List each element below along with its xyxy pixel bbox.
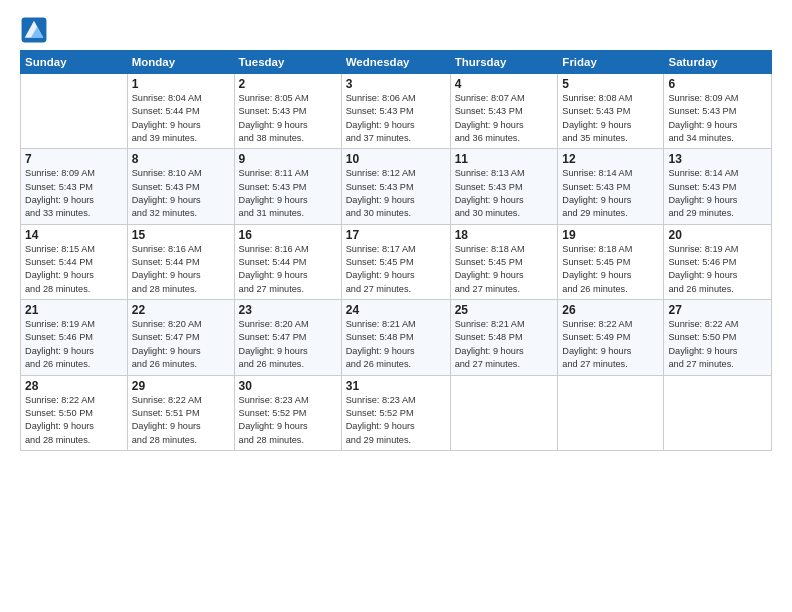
weekday-header-sunday: Sunday [21, 51, 128, 74]
day-info: Sunrise: 8:22 AM Sunset: 5:49 PM Dayligh… [562, 318, 659, 371]
day-info: Sunrise: 8:06 AM Sunset: 5:43 PM Dayligh… [346, 92, 446, 145]
day-number: 1 [132, 77, 230, 91]
calendar-cell [664, 375, 772, 450]
day-info: Sunrise: 8:10 AM Sunset: 5:43 PM Dayligh… [132, 167, 230, 220]
day-number: 20 [668, 228, 767, 242]
week-row-2: 7Sunrise: 8:09 AM Sunset: 5:43 PM Daylig… [21, 149, 772, 224]
day-info: Sunrise: 8:09 AM Sunset: 5:43 PM Dayligh… [668, 92, 767, 145]
day-number: 10 [346, 152, 446, 166]
weekday-header-monday: Monday [127, 51, 234, 74]
day-number: 31 [346, 379, 446, 393]
day-number: 14 [25, 228, 123, 242]
calendar-cell: 19Sunrise: 8:18 AM Sunset: 5:45 PM Dayli… [558, 224, 664, 299]
calendar-cell: 25Sunrise: 8:21 AM Sunset: 5:48 PM Dayli… [450, 300, 558, 375]
day-number: 27 [668, 303, 767, 317]
calendar-cell: 30Sunrise: 8:23 AM Sunset: 5:52 PM Dayli… [234, 375, 341, 450]
calendar-cell: 31Sunrise: 8:23 AM Sunset: 5:52 PM Dayli… [341, 375, 450, 450]
day-info: Sunrise: 8:09 AM Sunset: 5:43 PM Dayligh… [25, 167, 123, 220]
day-number: 24 [346, 303, 446, 317]
page: SundayMondayTuesdayWednesdayThursdayFrid… [0, 0, 792, 612]
calendar-cell: 7Sunrise: 8:09 AM Sunset: 5:43 PM Daylig… [21, 149, 128, 224]
calendar-cell [450, 375, 558, 450]
day-info: Sunrise: 8:21 AM Sunset: 5:48 PM Dayligh… [455, 318, 554, 371]
day-number: 21 [25, 303, 123, 317]
day-info: Sunrise: 8:13 AM Sunset: 5:43 PM Dayligh… [455, 167, 554, 220]
day-info: Sunrise: 8:23 AM Sunset: 5:52 PM Dayligh… [346, 394, 446, 447]
week-row-5: 28Sunrise: 8:22 AM Sunset: 5:50 PM Dayli… [21, 375, 772, 450]
weekday-header-row: SundayMondayTuesdayWednesdayThursdayFrid… [21, 51, 772, 74]
week-row-1: 1Sunrise: 8:04 AM Sunset: 5:44 PM Daylig… [21, 74, 772, 149]
day-info: Sunrise: 8:22 AM Sunset: 5:50 PM Dayligh… [668, 318, 767, 371]
calendar-cell: 9Sunrise: 8:11 AM Sunset: 5:43 PM Daylig… [234, 149, 341, 224]
calendar-cell: 8Sunrise: 8:10 AM Sunset: 5:43 PM Daylig… [127, 149, 234, 224]
day-info: Sunrise: 8:20 AM Sunset: 5:47 PM Dayligh… [239, 318, 337, 371]
day-number: 3 [346, 77, 446, 91]
calendar-cell: 2Sunrise: 8:05 AM Sunset: 5:43 PM Daylig… [234, 74, 341, 149]
week-row-3: 14Sunrise: 8:15 AM Sunset: 5:44 PM Dayli… [21, 224, 772, 299]
day-number: 28 [25, 379, 123, 393]
calendar-cell: 15Sunrise: 8:16 AM Sunset: 5:44 PM Dayli… [127, 224, 234, 299]
day-info: Sunrise: 8:18 AM Sunset: 5:45 PM Dayligh… [455, 243, 554, 296]
day-info: Sunrise: 8:08 AM Sunset: 5:43 PM Dayligh… [562, 92, 659, 145]
day-number: 25 [455, 303, 554, 317]
day-number: 7 [25, 152, 123, 166]
calendar-cell: 3Sunrise: 8:06 AM Sunset: 5:43 PM Daylig… [341, 74, 450, 149]
day-number: 19 [562, 228, 659, 242]
day-number: 6 [668, 77, 767, 91]
day-info: Sunrise: 8:18 AM Sunset: 5:45 PM Dayligh… [562, 243, 659, 296]
calendar-cell: 14Sunrise: 8:15 AM Sunset: 5:44 PM Dayli… [21, 224, 128, 299]
day-number: 16 [239, 228, 337, 242]
day-number: 11 [455, 152, 554, 166]
week-row-4: 21Sunrise: 8:19 AM Sunset: 5:46 PM Dayli… [21, 300, 772, 375]
calendar-table: SundayMondayTuesdayWednesdayThursdayFrid… [20, 50, 772, 451]
day-number: 13 [668, 152, 767, 166]
calendar-cell: 10Sunrise: 8:12 AM Sunset: 5:43 PM Dayli… [341, 149, 450, 224]
weekday-header-tuesday: Tuesday [234, 51, 341, 74]
day-number: 17 [346, 228, 446, 242]
calendar-cell [558, 375, 664, 450]
calendar-cell: 12Sunrise: 8:14 AM Sunset: 5:43 PM Dayli… [558, 149, 664, 224]
day-number: 26 [562, 303, 659, 317]
day-info: Sunrise: 8:16 AM Sunset: 5:44 PM Dayligh… [132, 243, 230, 296]
day-number: 15 [132, 228, 230, 242]
day-info: Sunrise: 8:19 AM Sunset: 5:46 PM Dayligh… [668, 243, 767, 296]
calendar-cell: 18Sunrise: 8:18 AM Sunset: 5:45 PM Dayli… [450, 224, 558, 299]
calendar-cell: 22Sunrise: 8:20 AM Sunset: 5:47 PM Dayli… [127, 300, 234, 375]
weekday-header-thursday: Thursday [450, 51, 558, 74]
day-info: Sunrise: 8:04 AM Sunset: 5:44 PM Dayligh… [132, 92, 230, 145]
weekday-header-wednesday: Wednesday [341, 51, 450, 74]
day-info: Sunrise: 8:14 AM Sunset: 5:43 PM Dayligh… [562, 167, 659, 220]
day-info: Sunrise: 8:16 AM Sunset: 5:44 PM Dayligh… [239, 243, 337, 296]
day-number: 9 [239, 152, 337, 166]
calendar-cell: 6Sunrise: 8:09 AM Sunset: 5:43 PM Daylig… [664, 74, 772, 149]
calendar-cell: 5Sunrise: 8:08 AM Sunset: 5:43 PM Daylig… [558, 74, 664, 149]
day-number: 4 [455, 77, 554, 91]
day-number: 5 [562, 77, 659, 91]
calendar-cell: 1Sunrise: 8:04 AM Sunset: 5:44 PM Daylig… [127, 74, 234, 149]
logo-icon [20, 16, 48, 44]
day-number: 23 [239, 303, 337, 317]
day-info: Sunrise: 8:12 AM Sunset: 5:43 PM Dayligh… [346, 167, 446, 220]
weekday-header-friday: Friday [558, 51, 664, 74]
header [20, 16, 772, 44]
calendar-cell: 26Sunrise: 8:22 AM Sunset: 5:49 PM Dayli… [558, 300, 664, 375]
day-info: Sunrise: 8:14 AM Sunset: 5:43 PM Dayligh… [668, 167, 767, 220]
logo [20, 16, 52, 44]
calendar-cell: 21Sunrise: 8:19 AM Sunset: 5:46 PM Dayli… [21, 300, 128, 375]
day-info: Sunrise: 8:15 AM Sunset: 5:44 PM Dayligh… [25, 243, 123, 296]
calendar-cell: 27Sunrise: 8:22 AM Sunset: 5:50 PM Dayli… [664, 300, 772, 375]
calendar-cell: 4Sunrise: 8:07 AM Sunset: 5:43 PM Daylig… [450, 74, 558, 149]
calendar-cell: 17Sunrise: 8:17 AM Sunset: 5:45 PM Dayli… [341, 224, 450, 299]
calendar-cell: 24Sunrise: 8:21 AM Sunset: 5:48 PM Dayli… [341, 300, 450, 375]
day-info: Sunrise: 8:23 AM Sunset: 5:52 PM Dayligh… [239, 394, 337, 447]
weekday-header-saturday: Saturday [664, 51, 772, 74]
day-number: 18 [455, 228, 554, 242]
calendar-cell: 13Sunrise: 8:14 AM Sunset: 5:43 PM Dayli… [664, 149, 772, 224]
day-info: Sunrise: 8:22 AM Sunset: 5:50 PM Dayligh… [25, 394, 123, 447]
calendar-cell: 20Sunrise: 8:19 AM Sunset: 5:46 PM Dayli… [664, 224, 772, 299]
day-number: 22 [132, 303, 230, 317]
day-number: 30 [239, 379, 337, 393]
day-info: Sunrise: 8:07 AM Sunset: 5:43 PM Dayligh… [455, 92, 554, 145]
calendar-cell: 11Sunrise: 8:13 AM Sunset: 5:43 PM Dayli… [450, 149, 558, 224]
day-number: 2 [239, 77, 337, 91]
